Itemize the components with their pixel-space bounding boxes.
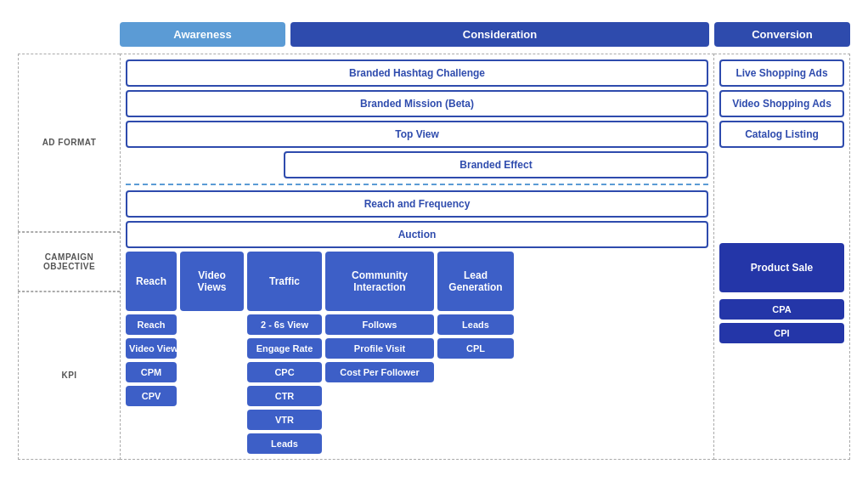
content-area: Branded Hashtag Challenge Branded Missio… [120, 54, 714, 460]
obj-product-sale: Product Sale [719, 243, 844, 292]
kpi-item: CPC [247, 362, 322, 382]
branded-hashtag-challenge: Branded Hashtag Challenge [126, 59, 708, 87]
kpi-item: Video Views [126, 338, 177, 359]
header-conversion: Conversion [714, 22, 850, 47]
obj-community-interaction: Community Interaction [325, 252, 434, 311]
top-view: Top View [126, 121, 708, 148]
kpi-item: Engage Rate [247, 338, 322, 359]
label-campaign-objective: CAMPAIGN OBJECTIVE [18, 232, 120, 291]
obj-reach: Reach [126, 252, 177, 311]
right-conversion: Live Shopping Ads Video Shopping Ads Cat… [714, 54, 850, 460]
label-kpi: KPI [18, 291, 120, 460]
label-ad-format: AD FORMAT [18, 54, 120, 232]
header-row: Awareness Consideration Conversion [120, 22, 850, 47]
header-awareness: Awareness [120, 22, 285, 47]
kpi-item: CPM [126, 362, 177, 382]
main-container: Awareness Consideration Conversion AD FO… [18, 22, 850, 460]
kpi-cpa: CPA [719, 299, 844, 320]
kpi-col-reach: ReachVideo ViewsCPMCPV [126, 314, 177, 406]
catalog-listing: Catalog Listing [719, 121, 844, 148]
left-labels: AD FORMAT CAMPAIGN OBJECTIVE KPI [18, 54, 120, 460]
reach-frequency: Reach and Frequency [126, 190, 708, 218]
ad-row-6: Auction [126, 221, 708, 248]
conv-spacer-middle [719, 151, 844, 240]
kpi-item: Profile Visit [325, 338, 434, 359]
header-consideration: Consideration [290, 22, 709, 47]
kpi-item: CPV [126, 386, 177, 406]
dashed-divider [126, 184, 708, 185]
kpi-item: Reach [126, 314, 177, 335]
branded-effect: Branded Effect [284, 151, 708, 178]
kpi-item: Leads [247, 433, 322, 454]
kpi-col-community: FollowsProfile VisitCost Per Follower [325, 314, 434, 382]
kpi-item: CPL [437, 338, 514, 359]
kpi-item: 2 - 6s View [247, 314, 322, 335]
kpi-item: CTR [247, 386, 322, 406]
kpi-section: ReachVideo ViewsCPMCPV 2 - 6s ViewEngage… [126, 314, 708, 454]
ad-format-section: Branded Hashtag Challenge Branded Missio… [126, 59, 708, 248]
ad-row-5: Reach and Frequency [126, 190, 708, 218]
obj-traffic: Traffic [247, 252, 322, 311]
branded-mission-beta: Branded Mission (Beta) [126, 90, 708, 117]
campaign-section: Reach Video Views Traffic Community Inte… [126, 252, 708, 311]
kpi-item: Cost Per Follower [325, 362, 434, 382]
main-grid: AD FORMAT CAMPAIGN OBJECTIVE KPI Branded… [18, 54, 850, 460]
kpi-item: Leads [437, 314, 514, 335]
kpi-col-traffic: 2 - 6s ViewEngage RateCPCCTRVTRLeads [247, 314, 322, 454]
obj-video-views: Video Views [180, 252, 244, 311]
ad-row-4: Branded Effect [126, 151, 708, 178]
auction: Auction [126, 221, 708, 248]
kpi-col-lead: LeadsCPL [437, 314, 514, 359]
ad-row-2: Branded Mission (Beta) [126, 90, 708, 117]
kpi-item: VTR [247, 410, 322, 430]
kpi-cpi: CPI [719, 323, 844, 343]
obj-lead-generation: Lead Generation [437, 252, 514, 311]
ad-row-3: Top View [126, 121, 708, 148]
video-shopping-ads: Video Shopping Ads [719, 90, 844, 117]
ad-row-1: Branded Hashtag Challenge [126, 59, 708, 87]
kpi-item: Follows [325, 314, 434, 335]
live-shopping-ads: Live Shopping Ads [719, 59, 844, 87]
kpi-product-col: CPA CPI [719, 299, 844, 343]
